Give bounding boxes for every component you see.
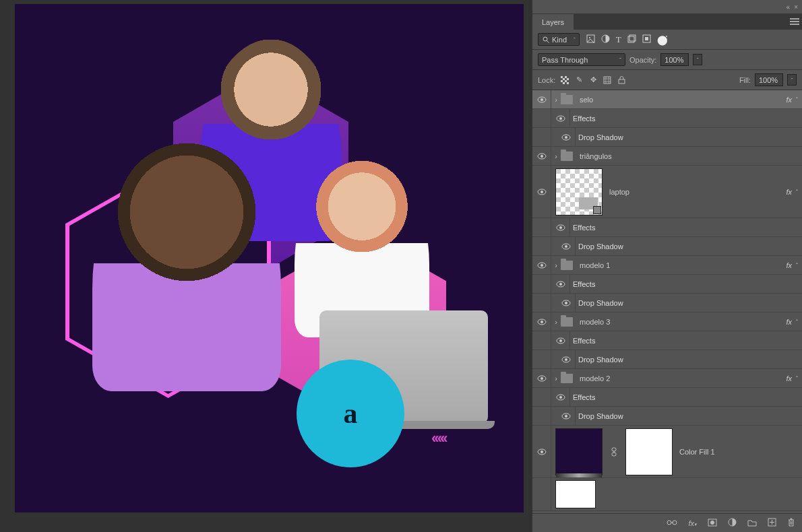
effect-name: Drop Shadow (578, 412, 623, 420)
svg-point-28 (541, 264, 543, 267)
expand-arrow[interactable]: › (551, 374, 561, 383)
visibility-toggle[interactable] (557, 294, 576, 312)
layer-effect-item[interactable]: Drop Shadow (532, 407, 802, 426)
layer-group-triangulos[interactable]: › triângulos (532, 147, 802, 166)
expand-arrow[interactable]: › (551, 318, 561, 326)
expand-arrow[interactable]: › (551, 152, 561, 160)
svg-rect-12 (619, 79, 625, 84)
lock-artboard-icon[interactable] (602, 75, 613, 86)
new-group-icon[interactable] (747, 519, 757, 528)
expand-arrow[interactable]: › (551, 96, 561, 104)
lock-position-icon[interactable]: ✥ (588, 75, 598, 86)
layer-name[interactable]: laptop (609, 188, 629, 196)
lock-all-icon[interactable] (616, 75, 627, 86)
layer-name[interactable]: selo (580, 96, 593, 104)
visibility-toggle[interactable] (557, 407, 576, 425)
close-icon[interactable]: × (794, 3, 798, 11)
visibility-toggle[interactable] (532, 256, 551, 274)
layer-name[interactable]: Color Fill 1 (679, 448, 715, 456)
visibility-toggle[interactable] (532, 369, 551, 387)
layer-fx-badge[interactable]: fxˆ (786, 188, 802, 196)
filter-kind-select[interactable]: Kind ˇ (538, 33, 580, 46)
folder-icon (561, 374, 573, 383)
visibility-toggle[interactable] (551, 331, 570, 350)
layer-name[interactable]: modelo 2 (580, 374, 610, 383)
collapse-icon[interactable]: « (786, 3, 791, 11)
fill-input[interactable]: 100% (755, 73, 783, 86)
visibility-toggle[interactable] (551, 218, 570, 236)
folder-icon (561, 152, 573, 161)
layer-fx-badge[interactable]: fxˆ (786, 374, 802, 383)
visibility-toggle[interactable] (551, 109, 570, 127)
layer-thumbnail[interactable] (555, 168, 603, 215)
filter-shape-icon[interactable] (627, 34, 636, 45)
fill-chevron[interactable]: ˇ (787, 74, 797, 86)
visibility-toggle[interactable] (557, 350, 576, 368)
visibility-toggle[interactable] (532, 312, 551, 331)
svg-rect-5 (629, 35, 636, 41)
visibility-toggle[interactable] (532, 426, 551, 477)
layer-style-icon[interactable]: fx▾ (688, 519, 697, 527)
layer-color-fill[interactable]: Color Fill 1 (532, 426, 802, 478)
layer-effect-item[interactable]: Drop Shadow (532, 128, 802, 147)
link-layers-icon[interactable] (667, 519, 677, 527)
layer-effects-row[interactable]: Effects (532, 331, 802, 350)
layers-list[interactable]: › selo fxˆ Effects Drop Shadow › triângu… (532, 90, 802, 513)
layer-laptop[interactable]: laptop fxˆ (532, 166, 802, 218)
expand-arrow[interactable]: › (551, 261, 561, 269)
layer-fx-badge[interactable]: fxˆ (786, 96, 802, 104)
lock-brush-icon[interactable]: ✎ (574, 75, 584, 86)
opacity-chevron[interactable]: ˇ (693, 54, 702, 65)
new-layer-icon[interactable] (768, 518, 776, 528)
link-icon[interactable] (609, 447, 619, 457)
layer-partial[interactable] (532, 478, 802, 511)
effects-label: Effects (573, 337, 595, 345)
opacity-value: 100% (665, 56, 683, 64)
layer-name[interactable]: modelo 3 (580, 318, 610, 326)
layer-group-modelo1[interactable]: › modelo 1 fxˆ (532, 256, 802, 275)
layer-mask-thumbnail[interactable] (555, 480, 596, 508)
opacity-input[interactable]: 100% (660, 53, 689, 66)
layer-thumbnail[interactable] (555, 428, 603, 475)
blend-mode-select[interactable]: Pass Through ˇ (538, 53, 625, 66)
layer-effect-item[interactable]: Drop Shadow (532, 294, 802, 312)
visibility-toggle[interactable] (557, 237, 576, 255)
filter-adjust-icon[interactable] (601, 34, 610, 45)
visibility-toggle[interactable] (551, 275, 570, 293)
document-canvas[interactable]: a ‹‹‹‹‹ (15, 4, 524, 512)
lock-transparency-icon[interactable] (559, 75, 570, 86)
filter-smart-icon[interactable] (642, 34, 651, 45)
panel-menu-icon[interactable] (787, 13, 802, 30)
effects-label: Effects (573, 114, 595, 123)
layer-name[interactable]: triângulos (580, 152, 612, 160)
layer-effects-row[interactable]: Effects (532, 388, 802, 407)
filter-type-icon[interactable]: T (616, 34, 621, 45)
visibility-toggle[interactable] (532, 147, 551, 165)
layer-fx-badge[interactable]: fxˆ (786, 318, 802, 326)
delete-layer-icon[interactable] (787, 518, 795, 528)
layer-effect-item[interactable]: Drop Shadow (532, 237, 802, 256)
layer-fx-badge[interactable]: fxˆ (786, 261, 802, 269)
visibility-toggle[interactable] (551, 388, 570, 406)
layer-effects-row[interactable]: Effects (532, 218, 802, 237)
visibility-toggle[interactable] (532, 166, 551, 218)
layer-mask-icon[interactable] (708, 519, 717, 528)
adjustment-layer-icon[interactable] (728, 518, 737, 528)
layer-mask-thumbnail[interactable] (625, 428, 673, 475)
layer-name[interactable]: modelo 1 (580, 261, 610, 269)
layer-group-selo[interactable]: › selo fxˆ (532, 90, 802, 109)
filter-toggle-icon[interactable]: ⬤• (657, 34, 669, 45)
svg-point-0 (543, 37, 547, 41)
folder-icon (561, 261, 573, 270)
visibility-toggle[interactable] (532, 90, 551, 108)
layer-group-modelo3[interactable]: › modelo 3 fxˆ (532, 312, 802, 331)
effect-name: Drop Shadow (578, 242, 623, 251)
svg-point-22 (541, 191, 543, 193)
layer-effects-row[interactable]: Effects (532, 275, 802, 294)
visibility-toggle[interactable] (557, 128, 576, 146)
filter-pixel-icon[interactable] (586, 34, 595, 45)
layer-effects-row[interactable]: Effects (532, 109, 802, 128)
tab-layers[interactable]: Layers (532, 13, 574, 30)
layer-effect-item[interactable]: Drop Shadow (532, 350, 802, 369)
layer-group-modelo2[interactable]: › modelo 2 fxˆ (532, 369, 802, 388)
